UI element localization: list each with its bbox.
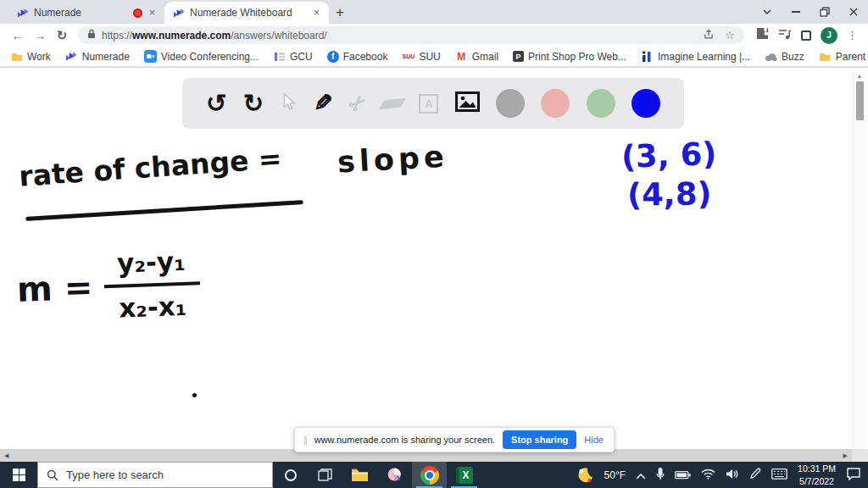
task-view-button[interactable] [308,462,342,488]
back-icon[interactable]: ← [7,28,29,42]
cortana-icon [284,469,298,482]
windows-ink-pen-icon[interactable] [749,468,761,483]
tab-close-icon[interactable]: × [312,7,321,19]
action-center-icon[interactable] [846,467,861,484]
system-tray: 50°F 10:31 PM 5/ [576,462,868,488]
pencil-tool-icon[interactable]: ✎ [314,92,333,115]
color-gray-button[interactable] [496,89,525,118]
close-window-button[interactable] [839,0,868,24]
handwriting-rate-of-change: rate of change = [18,141,283,193]
bookmark-star-icon[interactable]: ☆ [725,29,735,42]
reload-icon[interactable]: ↻ [51,28,73,43]
wifi-icon[interactable] [701,468,715,483]
touch-keyboard-icon[interactable] [771,468,787,483]
tab-numerade[interactable]: Numerade × [8,2,164,24]
text-tool-icon[interactable]: A [419,94,438,114]
forward-icon[interactable]: → [29,28,51,42]
file-explorer-button[interactable] [342,462,377,488]
start-button[interactable] [0,462,37,488]
scroll-right-icon[interactable]: ▶ [843,452,848,459]
cursor-tool-icon[interactable] [280,92,297,115]
tab-numerade-whiteboard[interactable]: Numerade Whiteboard × [164,2,329,24]
browser-menu-icon[interactable]: ⋮ [847,29,858,42]
chrome-taskbar-button[interactable] [412,462,447,488]
taskbar-search-input[interactable] [38,463,272,487]
excel-taskbar-button[interactable]: X [447,462,481,488]
snip-app-icon [387,467,403,484]
color-red-button[interactable] [541,89,570,118]
vertical-scrollbar[interactable]: ▲ [853,70,865,449]
hide-banner-link[interactable]: Hide [584,435,605,445]
tab-title: Numerade [34,7,128,19]
color-green-button[interactable] [587,89,615,118]
tab-search-chevron-icon[interactable] [753,0,782,24]
bookmark-print-shop[interactable]: P Print Shop Pro Web... [513,51,626,63]
minimize-icon [792,11,800,13]
url-text: https://www.numerade.com/answers/whitebo… [102,30,327,42]
bookmark-gmail[interactable]: M Gmail [455,50,498,63]
scissors-tool-icon[interactable]: ✂ [344,90,370,116]
minimize-button[interactable] [782,0,810,24]
extensions-area: J ⋮ [749,27,861,44]
tray-chevron-up-icon[interactable] [636,468,646,483]
screen-share-banner: || www.numerade.com is sharing your scre… [294,427,615,452]
playlist-extension-icon[interactable] [778,28,792,43]
handwriting-point2: (4,8) [627,175,712,214]
whiteboard-canvas[interactable]: ↺ ↻ ✎ ✂ A rate of change = slope (3, 6) … [0,67,868,462]
scroll-up-icon[interactable]: ▲ [854,70,865,79]
bookmark-video-conferencing[interactable]: Video Conferencing... [144,50,259,63]
volume-icon[interactable] [726,468,739,483]
extensions-puzzle-icon[interactable] [756,27,769,43]
taskbar-clock[interactable]: 10:31 PM 5/7/2022 [798,463,836,486]
url-scheme: https:// [102,30,132,42]
snip-app-button[interactable] [377,462,412,488]
image-tool-icon[interactable] [455,92,480,115]
bookmark-facebook[interactable]: f Facebook [327,51,388,63]
handwriting-stray-dot [192,393,197,397]
buzz-cloud-icon [765,50,777,63]
tab-close-icon[interactable]: × [147,7,157,19]
windows-logo-icon [13,469,25,481]
search-icon [47,469,58,481]
new-tab-button[interactable]: + [329,2,351,24]
stop-sharing-button[interactable]: Stop sharing [503,430,576,449]
bookmark-imagine-learning[interactable]: Imagine Learning |... [641,50,750,63]
color-blue-button[interactable] [632,89,660,118]
restore-button[interactable] [810,0,839,24]
file-explorer-icon [351,468,369,482]
share-icon[interactable] [703,29,715,42]
address-bar[interactable]: https://www.numerade.com/answers/whitebo… [78,26,744,44]
battery-icon[interactable] [675,468,691,483]
taskbar-search-box[interactable] [37,462,273,488]
recording-indicator-icon [133,8,142,18]
temperature-label[interactable]: 50°F [604,469,626,481]
redo-icon[interactable]: ↻ [243,92,264,116]
facebook-icon: f [327,51,339,63]
window-controls [753,0,868,24]
eraser-tool-icon[interactable] [379,97,406,108]
folder-icon [10,50,23,63]
screen-share-message: www.numerade.com is sharing your screen. [314,435,495,445]
omnibox-actions: ☆ [703,29,735,42]
url-domain: www.numerade.com [132,30,231,42]
undo-icon[interactable]: ↺ [206,92,226,116]
cortana-button[interactable] [273,462,308,488]
print-shop-icon: P [513,51,524,62]
scroll-left-icon[interactable]: ◀ [4,452,8,459]
microphone-icon[interactable] [656,467,665,484]
bookmark-buzz[interactable]: Buzz [765,50,804,63]
bookmark-suu[interactable]: SUU SUU [402,50,440,63]
bookmark-parent-folder[interactable]: Parent [819,50,865,63]
formula-denominator: x₂-x₁ [118,286,186,324]
bookmark-work-folder[interactable]: Work [10,50,51,63]
formula-lhs: m = [16,267,93,308]
banner-drag-handle[interactable]: || [303,435,307,445]
profile-avatar[interactable]: J [821,27,837,44]
bookmark-gcu[interactable]: GCU [273,50,313,63]
handwriting-slope-formula: m = y₂-y₁ x₂-x₁ [16,245,202,326]
bookmark-numerade[interactable]: Numerade [65,50,130,63]
numerade-icon [65,50,78,63]
vertical-scroll-thumb[interactable] [856,81,864,120]
sidebar-extension-icon[interactable] [801,30,811,41]
whiteboard-toolbar: ↺ ↻ ✎ ✂ A [182,78,684,129]
